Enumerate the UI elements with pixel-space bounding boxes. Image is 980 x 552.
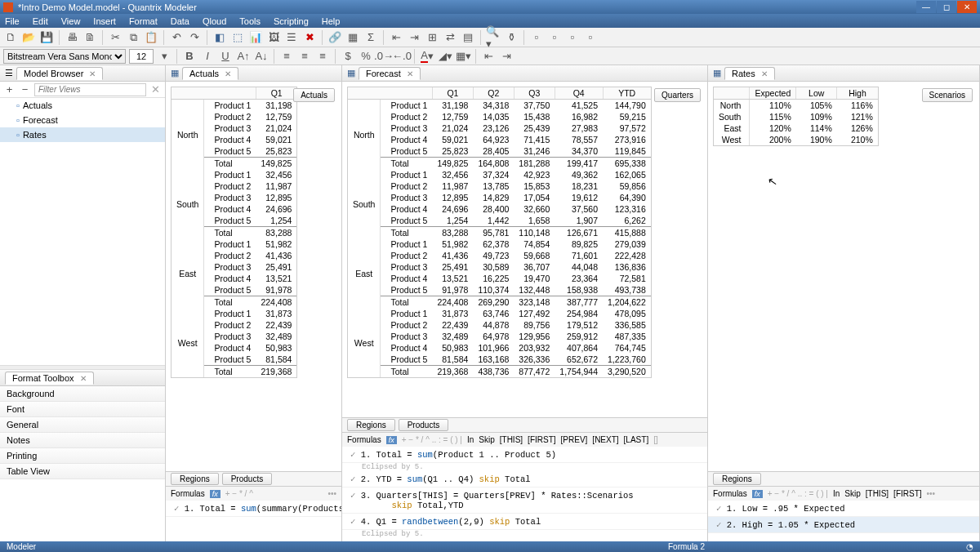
- close-icon[interactable]: ✕: [89, 69, 96, 78]
- rates-grid[interactable]: ExpectedLowHighNorth110%105%116%South115…: [713, 87, 879, 146]
- zoom-icon[interactable]: 🔍▾: [486, 30, 501, 45]
- align-right-icon[interactable]: ≡: [315, 49, 330, 64]
- align-icon[interactable]: ▫: [529, 30, 544, 45]
- window-maximize[interactable]: ◻: [937, 1, 956, 13]
- chart-icon[interactable]: 📊: [248, 30, 263, 45]
- redo-icon[interactable]: ↷: [187, 30, 202, 45]
- browser-item-actuals[interactable]: Actuals: [0, 98, 165, 113]
- format-toolbox-tab[interactable]: Format Toolbox ✕: [5, 372, 94, 385]
- actuals-tab[interactable]: Actuals ✕: [182, 67, 238, 80]
- align-center-icon[interactable]: ≡: [297, 49, 312, 64]
- forecast-grid[interactable]: Q1Q2Q3Q4YTDNorthProduct 131,19834,31837,…: [347, 87, 652, 378]
- open-icon[interactable]: 📂: [21, 30, 36, 45]
- browser-item-forecast[interactable]: Forecast: [0, 113, 165, 127]
- close-icon[interactable]: ✕: [225, 69, 231, 78]
- window-close[interactable]: ✕: [957, 1, 977, 13]
- snap-icon[interactable]: ▫: [565, 30, 580, 45]
- new-icon[interactable]: 🗋: [3, 30, 18, 45]
- formula-row[interactable]: 1. Total = sum(Product 1 .. Product 5): [342, 447, 707, 463]
- currency-icon[interactable]: $: [341, 49, 355, 64]
- fmt-notes[interactable]: Notes: [0, 433, 165, 448]
- formula-row[interactable]: 4. Q1 = randbetween(2,9) skip Total: [342, 514, 707, 530]
- fmt-general[interactable]: General: [0, 417, 165, 433]
- formula-row[interactable]: 2. High = 1.05 * Expected: [708, 517, 979, 533]
- expand-icon[interactable]: ⇥: [407, 30, 421, 45]
- more-icon[interactable]: •••: [927, 489, 936, 498]
- window-minimize[interactable]: —: [916, 1, 936, 13]
- forecast-corner-button[interactable]: Quarters: [654, 88, 701, 102]
- font-grow-icon[interactable]: A↑: [236, 49, 251, 64]
- swap-icon[interactable]: ⇄: [443, 30, 457, 45]
- decimal-dec-icon[interactable]: ←.0: [394, 49, 409, 64]
- more-icon[interactable]: •••: [327, 489, 336, 498]
- sigma-icon[interactable]: Σ: [363, 30, 378, 45]
- indent-inc-icon[interactable]: ⇥: [499, 49, 514, 64]
- print-icon[interactable]: 🖶: [65, 30, 79, 45]
- bold-icon[interactable]: B: [182, 49, 197, 64]
- tab-regions[interactable]: Regions: [713, 473, 761, 485]
- fmt-printing[interactable]: Printing: [0, 448, 165, 464]
- menu-view[interactable]: View: [61, 16, 81, 26]
- formula-row[interactable]: 5. Q1 = Actuals::Q1: [342, 538, 707, 541]
- menu-file[interactable]: File: [5, 16, 20, 26]
- fmt-tableview[interactable]: Table View: [0, 464, 165, 479]
- undo-icon[interactable]: ↶: [169, 30, 184, 45]
- table-icon[interactable]: ▦: [345, 30, 360, 45]
- browser-item-rates[interactable]: Rates: [0, 127, 165, 142]
- close-icon[interactable]: ✕: [80, 374, 87, 383]
- collapse-icon[interactable]: ⇤: [389, 30, 403, 45]
- distribute-icon[interactable]: ▫: [547, 30, 562, 45]
- menu-help[interactable]: Help: [322, 16, 341, 26]
- tab-regions[interactable]: Regions: [171, 473, 219, 485]
- filter-views-input[interactable]: [34, 83, 146, 96]
- formula-row[interactable]: 1. Total = sum(summary(Products)): [166, 501, 341, 517]
- remove-icon[interactable]: −: [19, 82, 31, 97]
- menu-data[interactable]: Data: [171, 16, 189, 26]
- menu-tools[interactable]: Tools: [239, 16, 261, 26]
- cut-icon[interactable]: ✂: [108, 30, 122, 45]
- actuals-corner-button[interactable]: Actuals: [293, 88, 335, 102]
- model-browser-tab[interactable]: Model Browser ✕: [16, 67, 103, 80]
- tab-regions[interactable]: Regions: [347, 419, 395, 431]
- model-icon[interactable]: ⬚: [230, 30, 245, 45]
- font-color-icon[interactable]: A▾: [420, 49, 434, 64]
- menu-insert[interactable]: Insert: [93, 16, 116, 26]
- fill-color-icon[interactable]: ◢▾: [438, 49, 452, 64]
- fmt-background[interactable]: Background: [0, 386, 165, 402]
- delete-icon[interactable]: ✖: [302, 30, 317, 45]
- close-icon[interactable]: ✕: [761, 69, 768, 78]
- indent-dec-icon[interactable]: ⇤: [481, 49, 496, 64]
- actuals-grid[interactable]: Q1NorthProduct 131,198Product 212,759Pro…: [171, 87, 297, 378]
- percent-icon[interactable]: %: [359, 49, 373, 64]
- preview-icon[interactable]: 🗎: [82, 30, 97, 45]
- menu-qloud[interactable]: Qloud: [203, 16, 226, 26]
- forecast-tab[interactable]: Forecast ✕: [359, 67, 421, 80]
- formula-row[interactable]: 2. YTD = sum(Q1 .. Q4) skip Total: [342, 471, 707, 487]
- rates-corner-button[interactable]: Scenarios: [922, 88, 973, 102]
- link-icon[interactable]: 🔗: [327, 30, 342, 45]
- fx-icon[interactable]: fx: [210, 490, 220, 498]
- list-icon[interactable]: ☰: [284, 30, 299, 45]
- menu-edit[interactable]: Edit: [33, 16, 48, 26]
- close-icon[interactable]: ✕: [407, 69, 413, 78]
- font-size-input[interactable]: [129, 49, 154, 64]
- save-icon[interactable]: 💾: [39, 30, 54, 45]
- filter-icon[interactable]: ⚱: [504, 30, 519, 45]
- tab-products[interactable]: Products: [222, 473, 272, 485]
- font-shrink-icon[interactable]: A↓: [254, 49, 269, 64]
- formula-row[interactable]: 1. Low = .95 * Expected: [708, 501, 979, 517]
- decimal-inc-icon[interactable]: .0→: [376, 49, 391, 64]
- fx-icon[interactable]: fx: [386, 436, 397, 444]
- add-icon[interactable]: +: [3, 82, 16, 97]
- align-left-icon[interactable]: ≡: [279, 49, 294, 64]
- cube-icon[interactable]: ◧: [212, 30, 227, 45]
- paste-icon[interactable]: 📋: [144, 30, 158, 45]
- menu-format[interactable]: Format: [129, 16, 158, 26]
- italic-icon[interactable]: I: [200, 49, 215, 64]
- fmt-font[interactable]: Font: [0, 402, 165, 417]
- clear-filter-icon[interactable]: ✕: [149, 82, 162, 97]
- formula-row[interactable]: 3. Quarters[THIS] = Quarters[PREV] * Rat…: [342, 487, 707, 514]
- font-family-select[interactable]: Bitstream Vera Sans Mono: [3, 49, 126, 64]
- menu-scripting[interactable]: Scripting: [274, 16, 309, 26]
- group-icon[interactable]: ⊞: [425, 30, 439, 45]
